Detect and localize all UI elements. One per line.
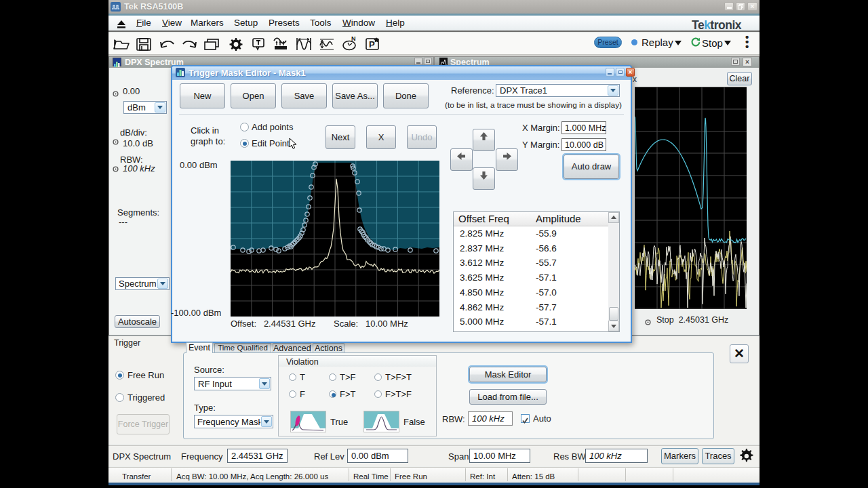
svg-text:P: P (369, 39, 375, 49)
svg-text:N: N (351, 35, 356, 42)
